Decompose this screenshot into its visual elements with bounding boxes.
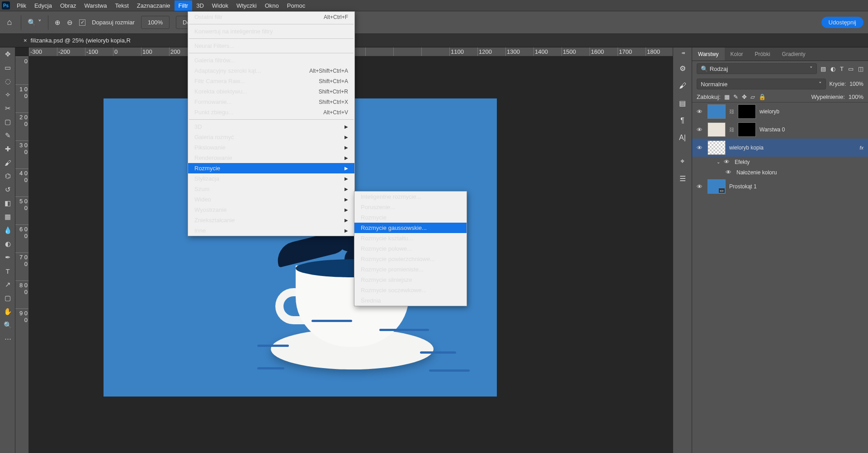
history-brush-icon[interactable]: ↺ [0, 183, 15, 196]
menu-item-last-filter[interactable]: Ostatni filtrAlt+Ctrl+F [188, 12, 354, 22]
lock-trans-icon[interactable]: ▦ [724, 93, 730, 100]
type-tool-icon[interactable]: T [0, 264, 15, 278]
lasso-tool-icon[interactable]: ◌ [0, 75, 15, 88]
menu-item-smart-blur[interactable]: Inteligentne rozmycie... [354, 191, 467, 202]
lock-pos-icon[interactable]: ✥ [742, 93, 747, 100]
menu-item-noise[interactable]: Szum▶ [188, 184, 354, 194]
pen-tool-icon[interactable]: ✒ [0, 251, 15, 264]
adjustments-icon[interactable]: ⚙ [679, 64, 686, 73]
menu-item-sharpen[interactable]: Wyostrzanie▶ [188, 205, 354, 215]
zoom-tool-icon[interactable]: 🔍 ˅ [28, 19, 42, 27]
menu-item-distort[interactable]: Zniekształcanie▶ [188, 215, 354, 225]
visibility-icon[interactable]: 👁 [697, 183, 704, 190]
layer-row[interactable]: 👁 ⛓ Warstwa 0 [692, 121, 868, 139]
menu-item-box-blur[interactable]: Rozmycie polowe... [354, 243, 467, 254]
share-button[interactable]: Udostępnij [821, 17, 863, 28]
eyedropper-tool-icon[interactable]: ✎ [0, 129, 15, 142]
zoom-out-icon[interactable]: ⊖ [67, 19, 73, 27]
visibility-icon[interactable]: 👁 [724, 159, 731, 165]
menu-item-motion-blur[interactable]: Poruszenie... [354, 202, 467, 212]
layer-row-selected[interactable]: 👁 wieloryb kopia fx [692, 139, 868, 157]
brush-tool-icon[interactable]: 🖌 [0, 156, 15, 169]
menu-item-3d[interactable]: 3D▶ [188, 121, 354, 132]
menu-item-blur-basic[interactable]: Rozmycie [354, 212, 467, 223]
shape-tool-icon[interactable]: ▢ [0, 291, 15, 305]
heal-tool-icon[interactable]: ✚ [0, 142, 15, 156]
tab-kolor[interactable]: Kolor [725, 47, 749, 61]
hand-tool-icon[interactable]: ✋ [0, 305, 15, 318]
dodge-tool-icon[interactable]: ◐ [0, 237, 15, 251]
frame-tool-icon[interactable]: ▢ [0, 115, 15, 129]
fill-value[interactable]: 100% [849, 93, 863, 100]
filter-adjust-icon[interactable]: ◐ [830, 65, 835, 72]
tab-gradienty[interactable]: Gradienty [776, 47, 811, 61]
zoom-100-button[interactable]: 100% [141, 16, 170, 29]
filter-pixel-icon[interactable]: ▧ [821, 65, 826, 72]
visibility-icon[interactable]: 👁 [697, 108, 704, 115]
menu-item-other[interactable]: Inne▶ [188, 225, 354, 236]
visibility-icon[interactable]: 👁 [726, 169, 733, 176]
transform-icon[interactable]: ⌖ [680, 157, 684, 165]
zoom-tool-icon-left[interactable]: 🔍 [0, 318, 15, 332]
marquee-tool-icon[interactable]: ▭ [0, 61, 15, 75]
gradient-tool-icon[interactable]: ▦ [0, 210, 15, 224]
menu-pomoc[interactable]: Pomoc [283, 0, 309, 11]
visibility-icon[interactable]: 👁 [697, 126, 704, 133]
filter-smart-icon[interactable]: ◫ [858, 65, 863, 72]
menu-item-gaussian-blur[interactable]: Rozmycie gaussowskie... [354, 223, 467, 233]
menu-item-stylize[interactable]: Stylizacja▶ [188, 173, 354, 184]
menu-item-convert-smart[interactable]: Konwertuj na inteligentne filtry [188, 26, 354, 37]
menu-tekst[interactable]: Tekst [111, 0, 132, 11]
menu-plik[interactable]: Plik [13, 0, 30, 11]
menu-item-blur[interactable]: Rozmycie▶ [188, 163, 354, 173]
lock-all-icon[interactable]: 🔒 [759, 93, 766, 100]
collapse-icon[interactable]: ◂◂ [681, 50, 684, 55]
home-icon[interactable]: ⌂ [5, 18, 14, 28]
menu-item-gallery[interactable]: Galeria filtrów... [188, 55, 354, 65]
filter-type-icon[interactable]: T [840, 65, 844, 72]
tab-warstwy[interactable]: Warstwy [692, 47, 725, 61]
menu-wtyczki[interactable]: Wtyczki [232, 0, 261, 11]
menu-zaznaczanie[interactable]: Zaznaczanie [133, 0, 175, 11]
tab-probki[interactable]: Próbki [749, 47, 776, 61]
eraser-tool-icon[interactable]: ◧ [0, 196, 15, 210]
crop-tool-icon[interactable]: ✂ [0, 102, 15, 115]
fit-checkbox[interactable]: ✓ [79, 19, 85, 26]
lock-nest-icon[interactable]: ▱ [750, 93, 755, 100]
menu-item-video[interactable]: Wideo▶ [188, 194, 354, 205]
menu-item-shape-blur[interactable]: Rozmycie kształtu... [354, 233, 467, 243]
visibility-icon[interactable]: 👁 [697, 145, 704, 151]
layer-filter-select[interactable]: 🔍 Rodzaj˅ [697, 63, 817, 74]
menu-widok[interactable]: Widok [208, 0, 232, 11]
menu-item-adaptive[interactable]: Adaptacyjny szeroki kąt...Alt+Shift+Ctrl… [188, 65, 354, 76]
menu-filtr[interactable]: Filtr [175, 0, 193, 11]
menu-item-pixelate[interactable]: Pikslowanie▶ [188, 142, 354, 153]
menu-edycja[interactable]: Edycja [30, 0, 56, 11]
character-icon[interactable]: A| [679, 134, 686, 142]
document-tab[interactable]: ×filizanka.psd @ 25% (wieloryb kopia,R [15, 34, 139, 47]
wand-tool-icon[interactable]: ✧ [0, 88, 15, 102]
menu-warstwa[interactable]: Warstwa [80, 0, 111, 11]
menu-item-surface-blur[interactable]: Rozmycie powierzchniowe... [354, 254, 467, 264]
menu-item-render[interactable]: Renderowanie▶ [188, 153, 354, 163]
menu-item-neural[interactable]: Neural Filters... [188, 41, 354, 51]
menu-3d[interactable]: 3D [192, 0, 208, 11]
menu-item-vanish[interactable]: Punkt zbiegu...Alt+Ctrl+V [188, 107, 354, 117]
layer-row[interactable]: 👁 ▭ Prostokąt 1 [692, 177, 868, 196]
path-tool-icon[interactable]: ↗ [0, 278, 15, 291]
fx-badge[interactable]: fx [859, 145, 863, 150]
brushes-icon[interactable]: 🖌 [679, 82, 686, 90]
zoom-in-icon[interactable]: ⊕ [55, 19, 61, 27]
layer-row[interactable]: 👁 ⛓ wieloryb [692, 103, 868, 121]
menu-item-camera-raw[interactable]: Filtr Camera Raw...Shift+Ctrl+A [188, 76, 354, 86]
stamp-tool-icon[interactable]: ⌬ [0, 169, 15, 183]
blend-mode-select[interactable]: Normalnie˅ [697, 79, 826, 89]
move-tool-icon[interactable]: ✥ [0, 47, 15, 61]
menu-okno[interactable]: Okno [261, 0, 283, 11]
lock-brush-icon[interactable]: ✎ [733, 93, 738, 100]
properties-icon[interactable]: ☰ [679, 174, 686, 183]
menu-item-average[interactable]: Średnia [354, 295, 467, 306]
filter-shape-icon[interactable]: ▭ [848, 65, 854, 72]
opacity-value[interactable]: 100% [849, 81, 863, 87]
layer-effect-item[interactable]: 👁 Nałożenie koloru [692, 167, 868, 177]
